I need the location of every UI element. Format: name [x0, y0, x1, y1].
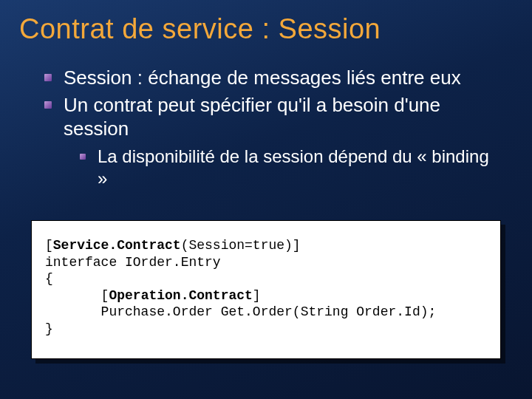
- code-l4a: [: [45, 288, 109, 303]
- slide: Contrat de service : Session Session : é…: [0, 0, 532, 399]
- code-l1c: (Session=true)]: [181, 238, 301, 253]
- code-l1a: [: [45, 238, 53, 253]
- code-l4c: ]: [253, 288, 261, 303]
- sub-bullet-item-1: La disponibilité de la session dépend du…: [80, 146, 502, 190]
- code-block-container: [Service.Contract(Session=true)] interfa…: [31, 220, 501, 359]
- code-l3: {: [45, 271, 53, 286]
- sub-bullet-list: La disponibilité de la session dépend du…: [64, 146, 502, 190]
- code-l2: interface IOrder.Entry: [45, 255, 221, 270]
- slide-title: Contrat de service : Session: [0, 0, 532, 45]
- code-block: [Service.Contract(Session=true)] interfa…: [31, 220, 501, 359]
- bullet-list: Session : échange de messages liés entre…: [44, 66, 502, 190]
- code-l4b: Operation.Contract: [109, 288, 252, 303]
- bullet-item-1: Session : échange de messages liés entre…: [44, 66, 502, 90]
- bullet-item-2: Un contrat peut spécifier qu'il a besoin…: [44, 93, 502, 190]
- code-l5: Purchase.Order Get.Order(String Order.Id…: [45, 304, 436, 319]
- code-l1b: Service.Contract: [53, 238, 181, 253]
- code-l6: }: [45, 321, 53, 336]
- content-area: Session : échange de messages liés entre…: [0, 45, 532, 190]
- bullet-item-2-text: Un contrat peut spécifier qu'il a besoin…: [64, 94, 440, 140]
